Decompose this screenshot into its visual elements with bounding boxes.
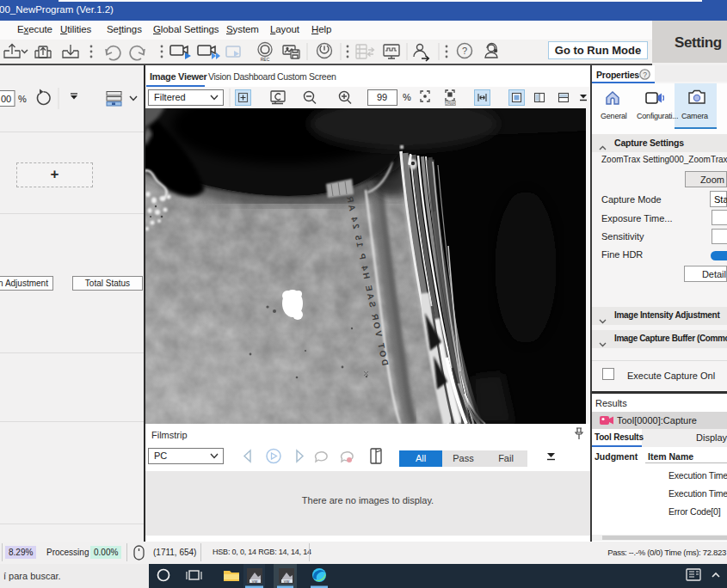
svg-text:00: 00 <box>1 94 11 104</box>
svg-text:%: % <box>403 92 411 102</box>
svg-text:VW: VW <box>284 579 290 584</box>
svg-text:Filtered: Filtered <box>154 92 186 102</box>
svg-text:PC: PC <box>154 450 167 461</box>
svg-text:AUTO: AUTO <box>445 101 456 106</box>
svg-text:99: 99 <box>377 92 387 102</box>
svg-text:%: % <box>18 94 27 104</box>
svg-text:?: ? <box>462 46 467 56</box>
svg-text:VW: VW <box>252 579 258 584</box>
svg-text:REC: REC <box>261 57 270 62</box>
svg-text:?: ? <box>643 70 647 79</box>
